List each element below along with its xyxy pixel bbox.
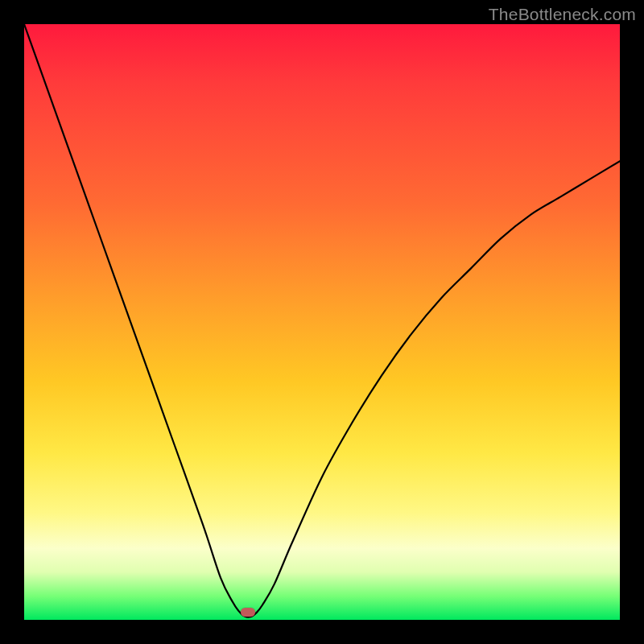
watermark-label: TheBottleneck.com bbox=[489, 5, 636, 24]
curve-path bbox=[24, 24, 620, 617]
optimal-marker bbox=[241, 608, 255, 617]
plot-area bbox=[24, 24, 620, 620]
chart-frame: TheBottleneck.com bbox=[0, 0, 644, 644]
bottleneck-curve bbox=[24, 24, 620, 620]
